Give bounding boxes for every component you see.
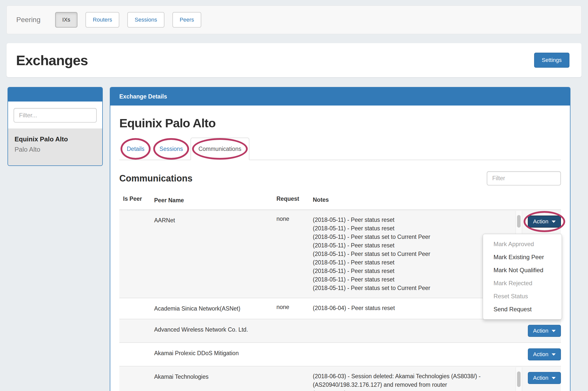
column-header-actions xyxy=(523,196,561,205)
nav-button-ixs[interactable]: IXs xyxy=(55,12,78,28)
notes-scrollbar-track xyxy=(516,367,522,391)
note-line: (2018-05-11) - Peer status reset xyxy=(313,258,507,267)
note-line: (2018-05-11) - Peer status set to Curren… xyxy=(313,284,507,292)
navbar-buttons: IXsRoutersSessionsPeers xyxy=(55,12,210,28)
cell-request xyxy=(276,325,313,337)
tab-sessions[interactable]: Sessions xyxy=(152,138,190,160)
note-line: (2018-05-11) - Peer status set to Curren… xyxy=(313,250,507,258)
settings-button[interactable]: Settings xyxy=(534,53,570,68)
action-button-label: Action xyxy=(533,375,548,381)
communications-filter-input[interactable] xyxy=(487,171,561,185)
cell-is-peer xyxy=(119,304,154,313)
exchange-list-item-name: Equinix Palo Alto xyxy=(15,135,96,143)
cell-request xyxy=(276,372,313,391)
caret-down-icon xyxy=(552,377,556,379)
table-row: Advanced Wireless Network Co. Ltd.Action xyxy=(119,319,561,343)
exchange-details-panel-header: Exchange Details xyxy=(110,87,570,106)
action-button-wrap: Action xyxy=(528,325,561,337)
action-dropdown-button[interactable]: Action xyxy=(528,372,561,384)
exchange-list: Equinix Palo AltoPalo Alto xyxy=(8,129,102,165)
column-header-is-peer: Is Peer xyxy=(119,196,154,205)
caret-down-icon xyxy=(552,330,556,332)
table-row: Akamai Technologies(2018-06-03) - Sessio… xyxy=(119,366,561,391)
note-line: (2018-05-11) - Peer status reset xyxy=(313,241,507,250)
nav-button-sessions[interactable]: Sessions xyxy=(127,12,164,28)
cell-actions: Action xyxy=(523,372,561,391)
note-line: (2018-05-11) - Peer status reset xyxy=(313,216,507,224)
cell-is-peer xyxy=(119,216,154,292)
note-line: (2018-05-11) - Peer status reset xyxy=(313,267,507,275)
cell-peer-name: Academia Sinica Network(ASNet) xyxy=(154,304,276,313)
exchange-filter-input[interactable] xyxy=(14,108,97,123)
note-line: (2018-05-11) - Peer status set to Curren… xyxy=(313,233,507,241)
action-button-wrap: Action xyxy=(528,348,561,360)
exchange-list-item[interactable]: Equinix Palo AltoPalo Alto xyxy=(8,129,102,165)
cell-peer-name: AARNet xyxy=(154,216,276,292)
nav-button-peers[interactable]: Peers xyxy=(172,12,201,28)
action-dropdown-button[interactable]: Action xyxy=(528,325,561,337)
tab-label: Details xyxy=(127,146,144,152)
caret-down-icon xyxy=(552,353,556,356)
top-navbar: Peering IXsRoutersSessionsPeers xyxy=(7,6,581,34)
menu-item-reset-status[interactable]: Reset Status xyxy=(483,290,562,303)
column-header-request: Request xyxy=(276,196,313,205)
note-line: (AS20940/198.32.176.127) and removed fro… xyxy=(313,380,507,389)
cell-actions: ActionMark ApprovedMark Existing PeerMar… xyxy=(523,216,561,292)
exchange-title: Equinix Palo Alto xyxy=(119,116,561,130)
exchange-list-panel-header xyxy=(8,87,102,102)
cell-is-peer xyxy=(119,372,154,391)
cell-peer-name: Akamai Technologies xyxy=(154,372,276,391)
column-header-notes: Notes xyxy=(313,196,523,205)
exchange-list-panel: Equinix Palo AltoPalo Alto xyxy=(8,87,103,166)
notes-scrollbar-thumb[interactable] xyxy=(517,371,521,387)
table-row: AARNetnone(2018-05-11) - Peer status res… xyxy=(119,210,561,298)
menu-item-mark-rejected[interactable]: Mark Rejected xyxy=(483,277,562,290)
action-dropdown-button[interactable]: Action xyxy=(528,216,561,228)
communications-table: Is PeerPeer NameRequestNotes AARNetnone(… xyxy=(119,196,561,391)
cell-request xyxy=(276,348,313,360)
menu-item-mark-existing-peer[interactable]: Mark Existing Peer xyxy=(483,251,562,264)
note-line: (2018-06-03) - Session deleted: Akamai T… xyxy=(313,372,507,380)
note-line: (2018-05-11) - Peer status reset xyxy=(313,275,507,284)
tab-communications[interactable]: Communications xyxy=(190,138,249,160)
menu-item-mark-not-qualified[interactable]: Mark Not Qualified xyxy=(483,264,562,277)
communications-table-rows: AARNetnone(2018-05-11) - Peer status res… xyxy=(119,210,561,391)
tab-label: Sessions xyxy=(159,146,183,152)
action-button-label: Action xyxy=(533,351,548,358)
cell-notes xyxy=(313,325,523,337)
exchange-details-body: Equinix Palo Alto DetailsSessionsCommuni… xyxy=(110,116,570,391)
note-line: (2018-06-04) - Peer status reset xyxy=(313,304,507,312)
cell-peer-name: Akamai Prolexic DDoS Mitigation xyxy=(154,348,276,360)
action-button-label: Action xyxy=(533,328,548,334)
exchange-list-filter-wrap xyxy=(8,102,102,129)
menu-item-send-request[interactable]: Send Request xyxy=(483,303,562,316)
detail-tabs: DetailsSessionsCommunications xyxy=(119,138,561,160)
action-button-label: Action xyxy=(533,218,548,225)
action-button-wrap: Action xyxy=(528,372,561,384)
exchange-list-item-city: Palo Alto xyxy=(15,146,96,153)
tab-details[interactable]: Details xyxy=(119,138,152,160)
nav-button-routers[interactable]: Routers xyxy=(85,12,119,28)
cell-actions: Action xyxy=(523,325,561,337)
cell-actions: Action xyxy=(523,348,561,360)
communications-table-header: Is PeerPeer NameRequestNotes xyxy=(119,196,561,210)
cell-is-peer xyxy=(119,348,154,360)
cell-peer-name: Advanced Wireless Network Co. Ltd. xyxy=(154,325,276,337)
note-line: (2018-05-11) - Peer status reset xyxy=(313,224,507,233)
cell-notes xyxy=(313,348,523,360)
brand-peering: Peering xyxy=(16,16,41,24)
note-line: (2018-06-03) - xyxy=(313,389,507,391)
page-heading-card: Exchanges Settings xyxy=(7,43,581,77)
tab-label: Communications xyxy=(199,146,241,152)
cell-request: none xyxy=(276,216,313,292)
column-header-peer-name: Peer Name xyxy=(154,196,276,205)
action-dropdown-button[interactable]: Action xyxy=(528,348,561,360)
communications-header: Communications xyxy=(119,171,561,185)
exchange-details-panel: Exchange Details Equinix Palo Alto Detai… xyxy=(110,87,570,391)
communications-section-title: Communications xyxy=(119,173,192,184)
menu-item-mark-approved[interactable]: Mark Approved xyxy=(483,238,562,251)
cell-request: none xyxy=(276,304,313,313)
action-dropdown-menu: Mark ApprovedMark Existing PeerMark Not … xyxy=(483,234,562,320)
cell-is-peer xyxy=(119,325,154,337)
notes-scrollbar-thumb[interactable] xyxy=(517,215,521,228)
